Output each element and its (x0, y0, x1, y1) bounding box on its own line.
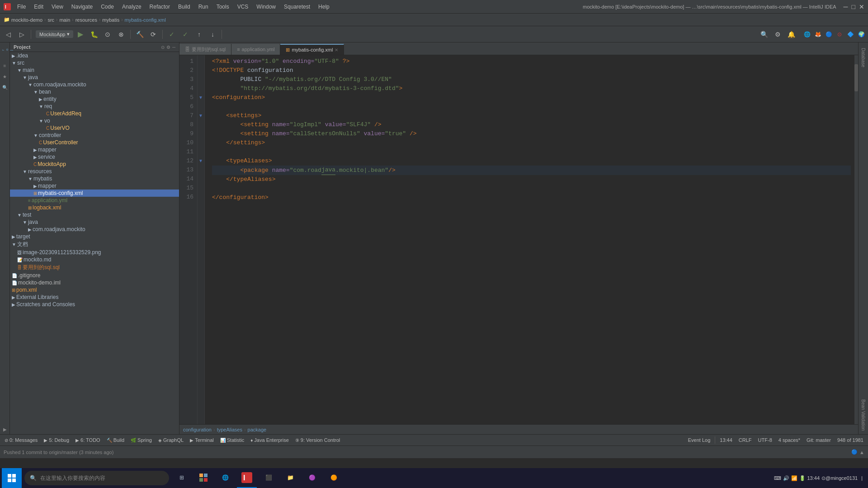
tree-item[interactable]: 🗄 要用到的sql.sql (10, 263, 179, 272)
window-controls[interactable]: ─ □ ✕ (844, 3, 864, 10)
tree-item[interactable]: 📄 mockito-demo.iml (10, 279, 179, 286)
breadcrumb-item[interactable]: main (59, 17, 70, 23)
database-panel-label[interactable]: Database (860, 44, 867, 71)
show-desktop-button[interactable]: | (861, 475, 863, 481)
menu-code[interactable]: Code (97, 3, 118, 11)
tree-item[interactable]: ≡ application.yml (10, 197, 179, 204)
task-icon-extra[interactable]: 🟣 (302, 468, 322, 488)
task-icon-terminal[interactable]: ⬛ (259, 468, 278, 488)
tray-icon1[interactable]: ⌨ (774, 475, 781, 481)
encoding-status[interactable]: UTF-8 (755, 436, 775, 444)
search-everywhere-button[interactable]: 🔍 (758, 28, 770, 41)
menu-squaretest[interactable]: Squaretest (280, 3, 314, 11)
menu-view[interactable]: View (48, 3, 67, 11)
notifications-button[interactable]: 🔔 (785, 28, 797, 41)
chrome-browser-icon[interactable]: 🌐 (802, 29, 812, 39)
maximize-button[interactable]: □ (852, 3, 855, 10)
browser5-icon[interactable]: 🌍 (856, 29, 866, 39)
push-button[interactable]: ↑ (193, 28, 205, 41)
close-button[interactable]: ✕ (859, 3, 864, 10)
indent-status[interactable]: 4 spaces* (776, 436, 803, 444)
task-icon-file[interactable]: 📁 (280, 468, 300, 488)
firefox-browser-icon[interactable]: 🦊 (813, 29, 823, 39)
fold-indicator[interactable]: ▼ (198, 156, 204, 166)
build-status[interactable]: 🔨 Build (104, 436, 127, 444)
line-col-status[interactable]: 13:44 (717, 436, 735, 444)
bc-item[interactable]: package (248, 427, 267, 432)
notifications-count[interactable]: 948 of 1981 (835, 436, 866, 444)
breadcrumb-active-item[interactable]: mybatis-config.xml (125, 17, 166, 23)
tree-item[interactable]: C MockitoApp (10, 161, 179, 168)
menu-analyze[interactable]: Analyze (118, 3, 145, 11)
tab-yml[interactable]: ≡ application.yml (231, 44, 280, 55)
tree-item[interactable]: ▶ .idea (10, 52, 179, 59)
tree-item[interactable]: ⊞ logback.xml (10, 204, 179, 211)
menu-tools[interactable]: Tools (213, 3, 233, 11)
tree-item[interactable]: ▶ entity (10, 95, 179, 103)
build-button[interactable]: 🔨 (133, 28, 146, 41)
todo-status[interactable]: ▶ 6: TODO (73, 436, 103, 444)
coverage-button[interactable]: ⊙ (101, 28, 114, 41)
menu-refactor[interactable]: Refactor (146, 3, 174, 11)
minimize-button[interactable]: ─ (844, 3, 848, 10)
tree-item-service[interactable]: ▶ service (10, 153, 179, 161)
structure-icon[interactable]: ≡ (1, 62, 9, 70)
tree-item[interactable]: ▼ bean (10, 88, 179, 95)
tree-item[interactable]: ▼ com.roadjava.mockito (10, 81, 179, 88)
tree-item[interactable]: ▼ test (10, 211, 179, 218)
tree-item[interactable]: 🖼 image-20230911215332529.png (10, 249, 179, 256)
bc-item[interactable]: configuration (183, 427, 212, 432)
tree-item[interactable]: ▼ java (10, 74, 179, 81)
ime-icon[interactable]: 🔵 (851, 449, 858, 455)
tray-icon3[interactable]: 📶 (791, 475, 797, 481)
git-status[interactable]: Git: master (804, 436, 834, 444)
task-icon-extra2[interactable]: 🟠 (324, 468, 344, 488)
tree-item[interactable]: ▶ com.roadjava.mockito (10, 226, 179, 233)
back-button[interactable]: ◁ (2, 28, 14, 41)
tray-icon4[interactable]: 🔋 (799, 475, 806, 481)
taskbar-search[interactable]: 🔍 在这里输入你要搜索的内容 (24, 471, 169, 485)
menu-run[interactable]: Run (195, 3, 212, 11)
mini-scrollbar[interactable] (854, 55, 858, 424)
code-content[interactable]: <?xml version="1.0" encoding="UTF-8" ?> … (205, 55, 858, 424)
tree-item[interactable]: ⊞ pom.xml (10, 286, 179, 294)
menu-file[interactable]: File (14, 3, 29, 11)
breadcrumb-item[interactable]: src (47, 17, 54, 23)
statistic-status[interactable]: 📊 Statistic (217, 436, 247, 444)
favorites-icon[interactable]: ★ (1, 72, 9, 81)
find-icon[interactable]: 🔍 (1, 83, 9, 91)
tree-item[interactable]: ▼ controller (10, 132, 179, 139)
tree-item[interactable]: C UserController (10, 139, 179, 146)
tree-item[interactable]: ▼ resources (10, 168, 179, 175)
menu-window[interactable]: Window (253, 3, 279, 11)
tree-gear-icon[interactable]: ⚙ (166, 45, 170, 50)
tree-item[interactable]: ▼ 文档 (10, 240, 179, 249)
version-control-status[interactable]: ⑨ 9: Version Control (292, 436, 343, 444)
terminal-status[interactable]: ▶ Terminal (187, 436, 217, 444)
event-log-status[interactable]: Event Log (685, 436, 713, 444)
debug-status[interactable]: ▶ 5: Debug (41, 436, 72, 444)
debug-button[interactable]: 🐛 (88, 28, 100, 41)
run-config-selector[interactable]: MockitoApp ▾ (36, 30, 73, 38)
graphql-status[interactable]: ◈ GraphQL (156, 436, 186, 444)
tree-item[interactable]: C UserVO (10, 124, 179, 132)
edge-browser-icon[interactable]: 🔵 (824, 29, 834, 39)
spring-status[interactable]: 🌿 Spring (128, 436, 155, 444)
messages-status[interactable]: ⊘ 0: Messages (2, 436, 40, 444)
forward-button[interactable]: ▷ (15, 28, 28, 41)
tab-mybatis-config[interactable]: ⊞ mybatis-config.xml ✕ (280, 44, 344, 55)
expand-arrow[interactable]: ▲ (859, 450, 864, 455)
tree-item-scratches[interactable]: ▶ Scratches and Consoles (10, 301, 179, 308)
tree-item[interactable]: ▼ main (10, 66, 179, 74)
breadcrumb-item[interactable]: mybatis (102, 17, 119, 23)
fold-indicator[interactable]: ▼ (198, 93, 204, 102)
tree-item[interactable]: ▶ target (10, 233, 179, 240)
fold-indicator[interactable]: ▼ (198, 111, 204, 120)
tree-item[interactable]: C UserAddReq (10, 110, 179, 117)
code-editor[interactable]: 1 2 3 4 5 6 7 8 9 10 11 12 13 14 15 16 (179, 55, 858, 424)
tree-locate-icon[interactable]: ⊙ (161, 45, 165, 50)
browser4-icon[interactable]: 🔷 (845, 29, 855, 39)
tree-item[interactable]: ▼ java (10, 218, 179, 226)
breadcrumb-item[interactable]: 📁 mockito-demo (4, 17, 42, 23)
tree-item[interactable]: ▼ req (10, 103, 179, 110)
